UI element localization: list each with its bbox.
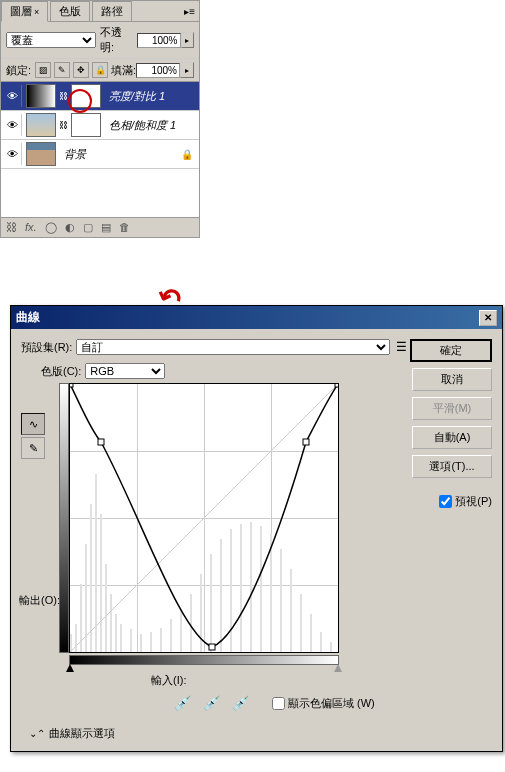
- white-eyedropper-icon[interactable]: 💉: [229, 692, 252, 714]
- gray-eyedropper-icon[interactable]: 💉: [200, 692, 223, 714]
- svg-rect-27: [290, 569, 292, 652]
- preset-menu-icon[interactable]: ☰: [396, 340, 407, 354]
- lock-label: 鎖定:: [6, 63, 31, 78]
- layer-name[interactable]: 背景: [64, 147, 86, 162]
- svg-rect-29: [310, 614, 312, 652]
- options-button[interactable]: 選項(T)...: [412, 455, 492, 478]
- svg-rect-0: [70, 634, 72, 652]
- layer-name[interactable]: 亮度/對比 1: [109, 89, 165, 104]
- layer-thumbnail[interactable]: [26, 142, 56, 166]
- curves-dialog: 曲線 ✕ 預設集(R): 自訂 ☰ 色版(C): RGB ∿ ✎ 輸出(O):: [10, 305, 503, 752]
- svg-rect-31: [330, 642, 332, 652]
- visibility-icon[interactable]: 👁: [3, 143, 22, 165]
- opacity-label: 不透明:: [100, 25, 135, 55]
- visibility-icon[interactable]: 👁: [3, 114, 22, 136]
- svg-rect-11: [130, 629, 132, 652]
- curve-grid[interactable]: [69, 383, 339, 653]
- layers-panel: 圖層× 色版 路徑 ▸≡ 覆蓋 不透明: ▸ 鎖定: ▨ ✎ ✥ 🔒 填滿: ▸…: [0, 0, 200, 238]
- curve-point: [303, 439, 309, 445]
- white-point-slider[interactable]: [334, 664, 342, 672]
- curve-point: [209, 644, 215, 650]
- curve-point: [98, 439, 104, 445]
- mask-icon[interactable]: ◯: [45, 221, 57, 234]
- lock-fill-row: 鎖定: ▨ ✎ ✥ 🔒 填滿: ▸: [1, 59, 199, 82]
- tab-close-icon[interactable]: ×: [34, 7, 39, 17]
- svg-rect-28: [300, 594, 302, 652]
- black-point-slider[interactable]: [66, 664, 74, 672]
- point-curve-icon[interactable]: ∿: [21, 413, 45, 435]
- dialog-titlebar[interactable]: 曲線 ✕: [11, 306, 502, 329]
- input-gradient[interactable]: [69, 655, 339, 665]
- blend-opacity-row: 覆蓋 不透明: ▸: [1, 22, 199, 59]
- auto-button[interactable]: 自動(A): [412, 426, 492, 449]
- blend-mode-select[interactable]: 覆蓋: [6, 32, 96, 48]
- panel-tabs: 圖層× 色版 路徑 ▸≡: [1, 1, 199, 22]
- svg-rect-25: [270, 534, 272, 652]
- lock-position-icon[interactable]: ✥: [73, 62, 89, 78]
- svg-rect-24: [260, 526, 262, 652]
- svg-rect-16: [180, 609, 182, 652]
- mask-thumbnail[interactable]: [71, 84, 101, 108]
- svg-rect-12: [140, 634, 142, 652]
- lock-all-icon[interactable]: 🔒: [92, 62, 108, 78]
- show-clipping-checkbox[interactable]: 顯示色偏區域 (W): [268, 694, 375, 713]
- ok-button[interactable]: 確定: [410, 339, 492, 362]
- lock-pixels-icon[interactable]: ✎: [54, 62, 70, 78]
- layer-row[interactable]: 👁 ⛓ 色相/飽和度 1: [1, 111, 199, 140]
- svg-rect-9: [115, 614, 117, 652]
- svg-rect-22: [240, 524, 242, 652]
- svg-rect-7: [105, 564, 107, 652]
- fill-input[interactable]: [136, 63, 180, 78]
- layer-row[interactable]: 👁 背景 🔒: [1, 140, 199, 169]
- fill-arrow-icon[interactable]: ▸: [180, 62, 194, 78]
- trash-icon[interactable]: 🗑: [119, 221, 130, 234]
- smooth-button[interactable]: 平滑(M): [412, 397, 492, 420]
- group-icon[interactable]: ▢: [83, 221, 93, 234]
- channel-select[interactable]: RGB: [85, 363, 165, 379]
- draw-curve-icon[interactable]: ✎: [21, 437, 45, 459]
- tab-layers[interactable]: 圖層×: [1, 1, 48, 22]
- dialog-title: 曲線: [16, 309, 40, 326]
- layer-list: 👁 ⛓ 亮度/對比 1 👁 ⛓ 色相/飽和度 1 👁: [1, 82, 199, 217]
- curve-area: ∿ ✎ 輸出(O):: [41, 383, 407, 714]
- svg-rect-30: [320, 632, 322, 652]
- adjustment-icon[interactable]: ◐: [65, 221, 75, 234]
- cancel-button[interactable]: 取消: [412, 368, 492, 391]
- fx-icon[interactable]: fx.: [25, 221, 37, 234]
- mask-thumbnail[interactable]: [71, 113, 101, 137]
- layer-row[interactable]: 👁 ⛓ 亮度/對比 1: [1, 82, 199, 111]
- preview-checkbox[interactable]: 預視(P): [435, 492, 492, 511]
- panel-footer: ⛓ fx. ◯ ◐ ▢ ▤ 🗑: [1, 217, 199, 237]
- new-layer-icon[interactable]: ▤: [101, 221, 111, 234]
- link-icon: ⛓: [59, 120, 68, 130]
- layer-thumbnail[interactable]: [26, 84, 56, 108]
- output-label: 輸出(O):: [19, 593, 60, 608]
- tab-channels[interactable]: 色版: [50, 1, 90, 21]
- opacity-arrow-icon[interactable]: ▸: [181, 32, 194, 48]
- visibility-icon[interactable]: 👁: [3, 85, 22, 107]
- layer-name[interactable]: 色相/飽和度 1: [109, 118, 176, 133]
- opacity-input[interactable]: [137, 33, 181, 48]
- layer-thumbnail[interactable]: [26, 113, 56, 137]
- output-gradient: [59, 383, 69, 653]
- tab-paths[interactable]: 路徑: [92, 1, 132, 21]
- display-options-toggle[interactable]: ⌄⌃ 曲線顯示選項: [29, 726, 407, 741]
- svg-rect-6: [100, 514, 102, 652]
- lock-badge-icon: 🔒: [181, 149, 193, 160]
- preset-label: 預設集(R):: [21, 340, 72, 355]
- input-label: 輸入(I):: [151, 673, 407, 688]
- link-layers-icon[interactable]: ⛓: [6, 221, 17, 234]
- lock-transparent-icon[interactable]: ▨: [35, 62, 51, 78]
- panel-menu-icon[interactable]: ▸≡: [184, 6, 195, 17]
- svg-rect-1: [75, 624, 77, 652]
- close-icon[interactable]: ✕: [479, 310, 497, 326]
- black-eyedropper-icon[interactable]: 💉: [171, 692, 194, 714]
- curve-point: [70, 384, 73, 387]
- cursor-highlight: [68, 89, 92, 113]
- histogram: [70, 384, 338, 652]
- svg-rect-20: [220, 539, 222, 652]
- preset-select[interactable]: 自訂: [76, 339, 390, 355]
- baseline-diagonal: [70, 384, 338, 652]
- curve-point: [335, 384, 338, 387]
- svg-rect-23: [250, 522, 252, 652]
